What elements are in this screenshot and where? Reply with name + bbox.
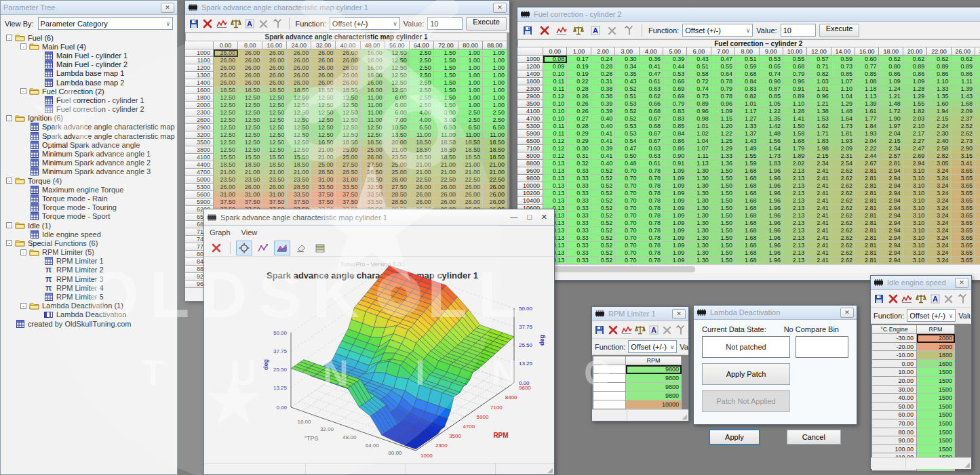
map-cell[interactable]: 1.22 <box>760 108 783 115</box>
map-cell[interactable]: 2.94 <box>879 205 903 212</box>
map-cell[interactable]: 1.25 <box>711 138 735 145</box>
trace-icon[interactable] <box>554 24 569 37</box>
row-header[interactable]: 1800 <box>517 78 543 85</box>
map-cell[interactable]: 0.10 <box>543 70 567 78</box>
map-cell[interactable]: 2.94 <box>879 234 903 242</box>
map-cell[interactable]: 0.57 <box>807 56 831 63</box>
row-header[interactable]: 10.00 <box>872 368 917 377</box>
map-cell[interactable]: 1.68 <box>735 242 759 249</box>
map-cell[interactable]: 0.19 <box>567 70 591 78</box>
row-header[interactable] <box>593 374 626 383</box>
map-cell[interactable]: 0.54 <box>615 138 639 145</box>
col-header[interactable]: 40.00 <box>336 41 360 49</box>
map-cell[interactable]: 0.59 <box>735 63 759 70</box>
map-cell[interactable]: 2.81 <box>855 167 879 175</box>
map-cell[interactable]: 37.50 <box>311 191 336 199</box>
map-cell[interactable]: 0.53 <box>615 100 639 108</box>
map-cell[interactable]: 2.13 <box>783 242 807 249</box>
map-cell[interactable]: 0.84 <box>663 130 687 138</box>
map-cell[interactable]: 1.03 <box>807 78 831 85</box>
collapse-icon[interactable]: - <box>6 222 12 228</box>
resize-grip[interactable]: ◢ <box>547 466 553 474</box>
map-cell[interactable]: 3.65 <box>975 190 980 197</box>
map-cell[interactable]: 26.00 <box>287 79 311 87</box>
map-cell[interactable]: 0.40 <box>591 160 615 167</box>
map-cell[interactable]: 12.50 <box>238 109 262 117</box>
fuel-map-table[interactable]: Fuel correction – cylinder 20.001.002.00… <box>517 39 980 264</box>
map-cell[interactable]: 16.00 <box>361 57 385 64</box>
map-cell[interactable]: 3.10 <box>903 227 927 234</box>
map-cell[interactable]: 1.02 <box>687 130 711 138</box>
map-cell[interactable]: 6.50 <box>410 124 434 131</box>
map-cell[interactable]: 0.70 <box>615 175 639 182</box>
map-cell[interactable]: 33.50 <box>287 191 311 199</box>
tree-item-spark-advance-angle-characteristic-map-cylinder-1[interactable]: Spark advance angle characteristic map c… <box>1 123 177 131</box>
map-cell[interactable]: 0.65 <box>760 63 783 70</box>
map-cell[interactable]: 12.50 <box>214 117 238 124</box>
map-cell[interactable]: 1.09 <box>663 205 687 212</box>
tree-item-idle-1[interactable]: -Idle (1) <box>1 221 177 230</box>
map-cell[interactable]: 2.13 <box>783 249 807 257</box>
map-cell[interactable]: 26.00 <box>336 49 360 57</box>
map-cell[interactable]: 2.81 <box>855 212 879 220</box>
map-cell[interactable]: 3.65 <box>975 234 980 242</box>
map-cell[interactable]: 26.00 <box>336 64 360 72</box>
map-cell[interactable]: 12.50 <box>287 102 311 109</box>
map-cell[interactable]: 3.65 <box>975 212 980 220</box>
col-header[interactable]: 18.00 <box>879 47 903 56</box>
map-cell[interactable]: 3.24 <box>927 197 951 205</box>
map-cell[interactable]: 0.78 <box>640 220 663 227</box>
map-cell[interactable]: 0.53 <box>615 123 639 130</box>
y-axis-icon[interactable] <box>622 24 637 37</box>
map-cell[interactable]: 0.30 <box>615 56 639 63</box>
map-cell[interactable]: 3.24 <box>927 257 951 264</box>
map-cell[interactable]: 0.55 <box>711 63 735 70</box>
map-cell[interactable]: 0.78 <box>640 249 663 257</box>
map-cell[interactable]: 1.01 <box>735 100 759 108</box>
map-cell[interactable]: 0.33 <box>567 227 591 234</box>
collapse-icon[interactable]: - <box>6 178 12 184</box>
map-cell[interactable]: 0.13 <box>543 160 567 167</box>
collapse-icon[interactable]: - <box>20 88 26 94</box>
map-cell[interactable]: 1.00 <box>483 87 507 94</box>
map-cell[interactable]: 0.33 <box>567 182 591 190</box>
map-cell[interactable]: 12.50 <box>287 109 311 117</box>
map-cell[interactable]: 3.10 <box>903 242 927 249</box>
eraser-icon[interactable] <box>293 241 309 255</box>
map-cell[interactable]: 0.52 <box>591 167 615 175</box>
col-header[interactable]: 4.00 <box>640 47 663 56</box>
map-cell[interactable]: 0.89 <box>952 63 975 70</box>
map-cell[interactable]: 1.00 <box>458 79 483 87</box>
map-cell[interactable]: 1.43 <box>735 138 759 145</box>
map-cell[interactable]: 21.00 <box>410 161 434 169</box>
map-cell[interactable]: 0.62 <box>952 56 975 63</box>
map-cell[interactable]: 11.00 <box>361 102 385 109</box>
map-cell[interactable]: 0.08 <box>543 56 567 63</box>
surface-graph-icon[interactable] <box>274 241 290 255</box>
map-cell[interactable]: 1.50 <box>783 123 807 130</box>
map-cell[interactable]: 2.50 <box>410 57 434 64</box>
map-cell[interactable]: 15.50 <box>238 154 262 161</box>
collapse-icon[interactable]: - <box>6 115 12 121</box>
map-cell[interactable]: 16.00 <box>361 87 385 94</box>
map-cell[interactable]: 7.00 <box>385 117 410 124</box>
col-header[interactable]: 64.00 <box>410 41 434 49</box>
map-cell[interactable]: 0.96 <box>711 100 735 108</box>
map-cell[interactable]: 26.00 <box>385 176 410 184</box>
map-cell[interactable]: 1.09 <box>663 220 687 227</box>
map-cell[interactable]: 2.41 <box>807 175 831 182</box>
map-cell[interactable]: 2.62 <box>831 212 855 220</box>
map-cell[interactable]: 13.50 <box>385 131 410 139</box>
tree-item-spark-advance-angle-characteristic-map-cylinder-2[interactable]: Spark advance angle characteristic map c… <box>1 131 177 140</box>
map-cell[interactable]: 4.00 <box>410 117 434 124</box>
map-cell[interactable]: 1.50 <box>711 167 735 175</box>
map-cell[interactable]: 3.24 <box>927 242 951 249</box>
map-cell[interactable]: 2.50 <box>410 79 434 87</box>
graph-window-titlebar[interactable]: Spark advance angle characteristic map c… <box>204 209 554 226</box>
map-cell[interactable]: 0.52 <box>591 249 615 257</box>
row-header[interactable]: 50.00 <box>872 402 917 411</box>
map-cell[interactable]: 3.24 <box>927 220 951 227</box>
map-cell[interactable]: 3.41 <box>952 160 975 167</box>
map-cell[interactable]: 0.84 <box>735 78 759 85</box>
map-cell[interactable]: 22.50 <box>483 176 507 184</box>
